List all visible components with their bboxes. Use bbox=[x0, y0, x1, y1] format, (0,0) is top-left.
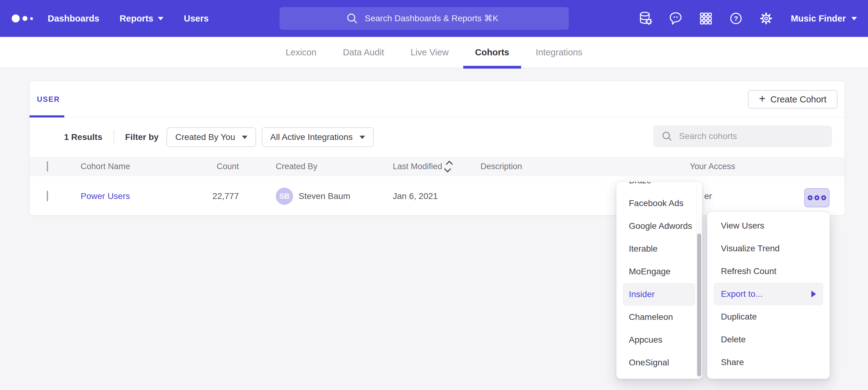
more-dot-icon bbox=[808, 195, 813, 200]
menu-item-duplicate[interactable]: Duplicate bbox=[707, 305, 830, 328]
column-header-count: Count bbox=[204, 162, 276, 171]
menu-item-onesignal[interactable]: OneSignal bbox=[617, 351, 702, 374]
column-header-last-modified[interactable]: Last Modified bbox=[393, 161, 480, 172]
row-checkbox[interactable] bbox=[47, 191, 48, 201]
settings-button[interactable] bbox=[758, 10, 774, 27]
nav-item-dashboards[interactable]: Dashboards bbox=[48, 13, 99, 24]
menu-item-insider[interactable]: Insider bbox=[623, 283, 695, 306]
filter-toolbar: 1 Results Filter by Created By You All A… bbox=[30, 118, 845, 157]
nav-item-reports[interactable]: Reports bbox=[120, 13, 164, 24]
subnav-tabs: Lexicon Data Audit Live View Cohorts Int… bbox=[274, 37, 594, 68]
submenu-arrow-icon bbox=[811, 291, 816, 297]
menu-item-export-to[interactable]: Export to... bbox=[713, 283, 824, 305]
top-navbar: Dashboards Reports Users bbox=[0, 0, 868, 37]
more-dot-icon bbox=[814, 195, 819, 200]
topnav-right-cluster: ? Music Finder bbox=[638, 10, 857, 27]
feedback-icon bbox=[668, 10, 684, 27]
secondary-navbar: Lexicon Data Audit Live View Cohorts Int… bbox=[0, 37, 868, 68]
topnav-links: Dashboards Reports Users bbox=[48, 13, 209, 24]
cohort-search-bar[interactable] bbox=[653, 126, 832, 147]
cohorts-card: USER + Create Cohort 1 Results Filter by… bbox=[29, 81, 845, 216]
scrollbar-thumb[interactable] bbox=[697, 233, 701, 377]
row-actions-menu: View Users Visualize Trend Refresh Count… bbox=[707, 212, 830, 379]
svg-text:?: ? bbox=[734, 14, 738, 23]
global-search-input[interactable] bbox=[365, 13, 503, 23]
data-settings-button[interactable] bbox=[638, 10, 653, 27]
column-header-description: Description bbox=[480, 162, 690, 171]
apps-grid-button[interactable] bbox=[698, 10, 714, 27]
data-settings-icon bbox=[638, 10, 653, 27]
project-name: Music Finder bbox=[791, 13, 846, 24]
column-header-cohort-name: Cohort Name bbox=[81, 162, 204, 171]
last-modified-date: Jan 6, 2021 bbox=[393, 191, 480, 201]
divider bbox=[114, 130, 114, 144]
create-cohort-button[interactable]: + Create Cohort bbox=[748, 90, 838, 108]
tab-cohorts[interactable]: Cohorts bbox=[463, 37, 521, 68]
help-button[interactable]: ? bbox=[728, 10, 744, 27]
select-all-checkbox[interactable] bbox=[47, 161, 48, 172]
created-by-name: Steven Baum bbox=[299, 191, 350, 201]
table-row: Power Users 22,777 SB Steven Baum Jan 6,… bbox=[30, 176, 845, 216]
cohort-search-input[interactable] bbox=[679, 131, 825, 141]
cohort-count: 22,777 bbox=[204, 191, 276, 201]
menu-item-google-adwords[interactable]: Google Adwords bbox=[617, 215, 702, 237]
created-by-cell: SB Steven Baum bbox=[276, 188, 393, 205]
filter-by-label: Filter by bbox=[125, 132, 159, 142]
nav-item-users[interactable]: Users bbox=[184, 13, 209, 24]
results-count: 1 Results bbox=[64, 132, 102, 142]
menu-item-appcues[interactable]: Appcues bbox=[617, 328, 702, 351]
help-icon: ? bbox=[728, 10, 744, 27]
more-actions-button[interactable] bbox=[804, 188, 830, 207]
table-header-row: Cohort Name Count Created By Last Modifi… bbox=[30, 157, 845, 176]
mixpanel-logo-icon[interactable] bbox=[12, 0, 33, 37]
sort-icon bbox=[446, 161, 451, 172]
project-switcher[interactable]: Music Finder bbox=[791, 13, 857, 24]
tab-user-cohorts[interactable]: USER bbox=[37, 81, 60, 118]
avatar: SB bbox=[276, 188, 293, 205]
export-to-submenu: Braze Facebook Ads Google Adwords Iterab… bbox=[616, 182, 703, 379]
tab-live-view[interactable]: Live View bbox=[399, 37, 461, 68]
cohort-name-link[interactable]: Power Users bbox=[81, 191, 130, 201]
settings-icon bbox=[758, 10, 774, 27]
chevron-down-icon bbox=[242, 136, 247, 139]
menu-item-braze[interactable]: Braze bbox=[617, 182, 702, 192]
menu-item-delete[interactable]: Delete bbox=[707, 328, 830, 351]
menu-item-visualize-trend[interactable]: Visualize Trend bbox=[707, 237, 830, 260]
column-header-created-by: Created By bbox=[276, 162, 393, 171]
scrollbar-track bbox=[696, 182, 702, 379]
menu-item-facebook-ads[interactable]: Facebook Ads bbox=[617, 192, 702, 215]
apps-grid-icon bbox=[698, 10, 714, 27]
filter-integrations-dropdown[interactable]: All Active Integrations bbox=[261, 127, 374, 147]
user-tab-underline bbox=[30, 115, 64, 118]
chevron-down-icon bbox=[360, 136, 365, 139]
menu-item-moengage[interactable]: MoEngage bbox=[617, 260, 702, 283]
menu-item-refresh-count[interactable]: Refresh Count bbox=[707, 260, 830, 283]
chevron-down-icon bbox=[851, 17, 857, 20]
tab-integrations[interactable]: Integrations bbox=[524, 37, 594, 68]
tab-lexicon[interactable]: Lexicon bbox=[274, 37, 328, 68]
tab-data-audit[interactable]: Data Audit bbox=[331, 37, 396, 68]
menu-item-chameleon[interactable]: Chameleon bbox=[617, 306, 702, 328]
filter-created-by-dropdown[interactable]: Created By You bbox=[166, 127, 256, 147]
search-icon bbox=[345, 11, 359, 26]
menu-item-iterable[interactable]: Iterable bbox=[617, 237, 702, 260]
global-search-bar[interactable] bbox=[279, 7, 569, 30]
chevron-down-icon bbox=[158, 17, 163, 20]
cohort-type-tab-row: USER + Create Cohort bbox=[30, 81, 845, 118]
plus-icon: + bbox=[759, 93, 766, 104]
search-icon bbox=[660, 130, 674, 143]
menu-item-view-users[interactable]: View Users bbox=[707, 215, 830, 237]
menu-item-share[interactable]: Share bbox=[707, 351, 830, 374]
more-dot-icon bbox=[821, 195, 826, 200]
active-tab-underline bbox=[463, 66, 521, 69]
row-actions-cell bbox=[764, 176, 845, 216]
feedback-button[interactable] bbox=[668, 10, 684, 27]
column-header-your-access: Your Access bbox=[690, 162, 764, 171]
